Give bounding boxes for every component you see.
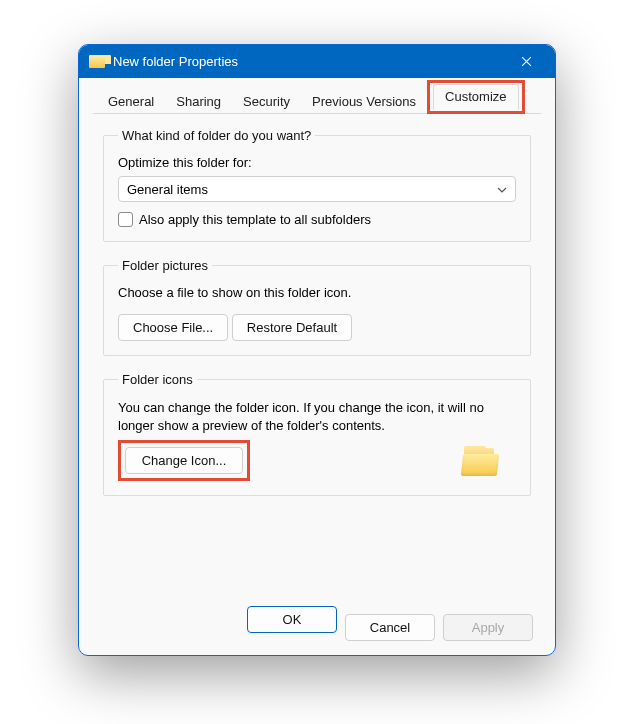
- apply-subfolders-label: Also apply this template to all subfolde…: [139, 212, 371, 227]
- optimize-select[interactable]: General items: [118, 176, 516, 202]
- tabs: General Sharing Security Previous Versio…: [93, 86, 541, 114]
- optimize-select-value: General items: [127, 182, 208, 197]
- window-title: New folder Properties: [113, 54, 238, 69]
- ok-button[interactable]: OK: [247, 606, 337, 633]
- apply-button[interactable]: Apply: [443, 614, 533, 641]
- change-icon-highlight: Change Icon...: [118, 440, 250, 481]
- tab-previous-versions[interactable]: Previous Versions: [301, 90, 427, 114]
- folder-icon: [89, 55, 105, 68]
- group-folder-pictures-legend: Folder pictures: [118, 258, 212, 273]
- properties-dialog: New folder Properties General Sharing Se…: [78, 44, 556, 656]
- chevron-down-icon: [497, 183, 507, 195]
- close-button[interactable]: [503, 45, 549, 78]
- tab-customize-highlight: Customize: [427, 80, 524, 114]
- dialog-footer: OK Cancel Apply: [93, 598, 541, 643]
- folder-preview-icon: [462, 446, 498, 476]
- folder-pictures-desc: Choose a file to show on this folder ico…: [118, 285, 516, 300]
- choose-file-button[interactable]: Choose File...: [118, 314, 228, 341]
- close-icon: [521, 56, 532, 67]
- titlebar[interactable]: New folder Properties: [79, 45, 555, 78]
- restore-default-button[interactable]: Restore Default: [232, 314, 352, 341]
- cancel-button[interactable]: Cancel: [345, 614, 435, 641]
- tab-security[interactable]: Security: [232, 90, 301, 114]
- tab-sharing[interactable]: Sharing: [165, 90, 232, 114]
- tab-general[interactable]: General: [97, 90, 165, 114]
- group-folder-icons: Folder icons You can change the folder i…: [103, 372, 531, 496]
- folder-icons-desc: You can change the folder icon. If you c…: [118, 399, 516, 434]
- group-folder-pictures: Folder pictures Choose a file to show on…: [103, 258, 531, 356]
- optimize-label: Optimize this folder for:: [118, 155, 516, 170]
- change-icon-button[interactable]: Change Icon...: [125, 447, 243, 474]
- apply-subfolders-checkbox[interactable]: [118, 212, 133, 227]
- group-folder-kind: What kind of folder do you want? Optimiz…: [103, 128, 531, 242]
- tab-customize[interactable]: Customize: [433, 84, 518, 110]
- group-folder-icons-legend: Folder icons: [118, 372, 197, 387]
- group-folder-kind-legend: What kind of folder do you want?: [118, 128, 315, 143]
